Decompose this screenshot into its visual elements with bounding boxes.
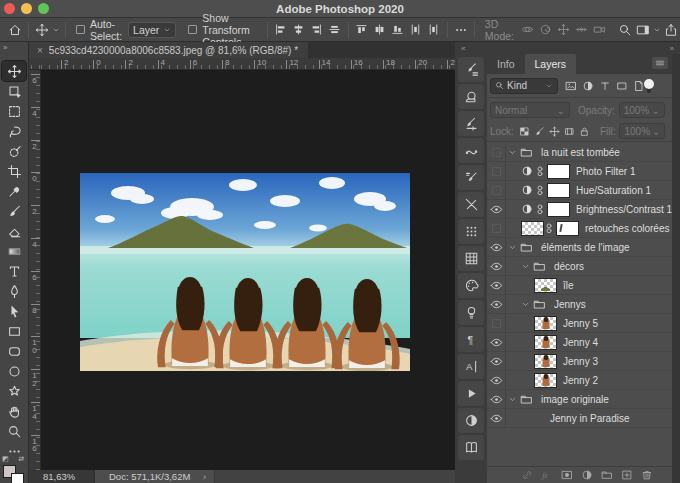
delete-layer-icon[interactable] bbox=[640, 469, 653, 482]
layer-row[interactable]: la nuit est tombée bbox=[487, 143, 672, 162]
patterns-panel-icon[interactable] bbox=[458, 219, 484, 244]
layer-thumbnail[interactable] bbox=[534, 354, 557, 369]
layer-row[interactable]: île bbox=[487, 276, 672, 295]
hand-tool-icon[interactable] bbox=[2, 401, 26, 421]
home-icon[interactable] bbox=[6, 21, 24, 39]
chevron-down-icon[interactable] bbox=[521, 300, 531, 309]
tab-info[interactable]: Info bbox=[487, 54, 525, 74]
orbit-3d-icon[interactable] bbox=[518, 21, 536, 39]
distribute-bottom-icon[interactable] bbox=[389, 21, 407, 39]
lock-artboard-icon[interactable] bbox=[562, 124, 577, 138]
layer-visibility-toggle[interactable] bbox=[487, 238, 506, 257]
layer-visibility-toggle[interactable] bbox=[487, 143, 506, 162]
move-tool-preset-icon[interactable] bbox=[33, 21, 51, 39]
distribute-vertical-centers-icon[interactable] bbox=[371, 21, 389, 39]
layer-visibility-toggle[interactable] bbox=[487, 257, 506, 276]
layer-visibility-toggle[interactable] bbox=[487, 162, 506, 181]
expand-panels-chevrons[interactable]: » bbox=[670, 44, 674, 53]
chevron-down-icon[interactable] bbox=[521, 262, 531, 271]
layer-row[interactable]: image originale bbox=[487, 390, 672, 409]
share-icon[interactable] bbox=[662, 21, 680, 39]
lock-position-icon[interactable] bbox=[547, 124, 562, 138]
ellipse-tool-icon[interactable] bbox=[2, 361, 26, 381]
opacity-field[interactable]: 100%⌄ bbox=[619, 102, 665, 118]
align-left-edges-icon[interactable] bbox=[272, 21, 290, 39]
distribute-spacing-icon[interactable] bbox=[425, 21, 443, 39]
crop-tool-icon[interactable] bbox=[2, 161, 26, 181]
layer-row[interactable]: décors bbox=[487, 257, 672, 276]
brush-settings-panel-icon[interactable] bbox=[458, 111, 484, 136]
layer-visibility-toggle[interactable] bbox=[487, 409, 506, 428]
link-layers-icon[interactable] bbox=[520, 469, 533, 482]
pen-tool-icon[interactable] bbox=[2, 281, 26, 301]
layer-thumbnail[interactable] bbox=[534, 335, 557, 350]
add-layer-mask-icon[interactable] bbox=[560, 469, 573, 482]
workspace-icon[interactable] bbox=[634, 21, 652, 39]
vertical-ruler[interactable]: 6420246810121416 bbox=[29, 70, 41, 470]
distribute-horizontal-icon[interactable] bbox=[407, 21, 425, 39]
layer-mask-thumbnail[interactable] bbox=[547, 183, 570, 198]
layer-row[interactable]: retouches colorées bbox=[487, 219, 672, 238]
rectangular-marquee-tool-icon[interactable] bbox=[2, 101, 26, 121]
auto-select-target-dropdown[interactable]: Layer bbox=[128, 22, 176, 38]
chevron-down-icon[interactable] bbox=[508, 243, 518, 252]
auto-select-checkbox[interactable] bbox=[76, 25, 85, 34]
type-tool-icon[interactable] bbox=[2, 261, 26, 281]
camera-3d-icon[interactable] bbox=[590, 21, 608, 39]
layer-row[interactable]: Jenny 4 bbox=[487, 333, 672, 352]
roll-3d-icon[interactable] bbox=[536, 21, 554, 39]
layer-row[interactable]: Jenny 5 bbox=[487, 314, 672, 333]
horizontal-ruler[interactable]: 2024681012141618202 bbox=[29, 58, 455, 70]
swap-colors-icon[interactable]: ◩⇄ bbox=[2, 455, 24, 463]
zoom-tool-icon[interactable] bbox=[2, 421, 26, 441]
styles-panel-icon[interactable] bbox=[458, 165, 484, 190]
layer-row[interactable]: Jenny 3 bbox=[487, 352, 672, 371]
show-transform-checkbox[interactable] bbox=[188, 25, 197, 34]
swatches-panel-icon[interactable] bbox=[458, 273, 484, 298]
layer-visibility-toggle[interactable] bbox=[487, 295, 506, 314]
toolbar-expand-chevrons[interactable]: » bbox=[0, 42, 29, 58]
eyedropper-tool-icon[interactable] bbox=[2, 181, 26, 201]
layer-visibility-toggle[interactable] bbox=[487, 352, 506, 371]
minimize-window-button[interactable] bbox=[21, 3, 32, 14]
rounded-rectangle-tool-icon[interactable] bbox=[2, 341, 26, 361]
canvas-area[interactable] bbox=[41, 70, 455, 470]
layer-visibility-toggle[interactable] bbox=[487, 276, 506, 295]
chevron-down-icon[interactable] bbox=[508, 148, 518, 157]
tab-layers[interactable]: Layers bbox=[525, 54, 577, 74]
align-right-edges-icon[interactable] bbox=[308, 21, 326, 39]
close-tab-icon[interactable]: × bbox=[37, 45, 43, 56]
slide-3d-icon[interactable] bbox=[572, 21, 590, 39]
learn-panel-icon[interactable] bbox=[458, 300, 484, 325]
lock-transparency-icon[interactable] bbox=[517, 124, 532, 138]
chevron-down-icon[interactable] bbox=[51, 21, 61, 39]
layer-thumbnail[interactable] bbox=[521, 221, 544, 236]
clone-source-panel-icon[interactable] bbox=[458, 84, 484, 109]
type-layer-filter-icon[interactable] bbox=[597, 78, 613, 94]
lock-paint-icon[interactable] bbox=[532, 124, 547, 138]
search-icon[interactable] bbox=[616, 21, 634, 39]
layer-row[interactable]: Photo Filter 1 bbox=[487, 162, 672, 181]
brushes-panel-icon[interactable] bbox=[458, 57, 484, 82]
new-adjustment-layer-icon[interactable] bbox=[580, 469, 593, 482]
layer-mask-thumbnail[interactable] bbox=[547, 164, 570, 179]
fill-field[interactable]: 100%⌄ bbox=[619, 123, 665, 139]
artboard-tool-icon[interactable] bbox=[2, 81, 26, 101]
layer-visibility-toggle[interactable] bbox=[487, 181, 506, 200]
doc-size-status[interactable]: Doc: 571,1K/3,62M › bbox=[95, 470, 215, 483]
document-tab[interactable]: × 5c933cd4230000a8006c8583.jpeg @ 81,6% … bbox=[29, 42, 308, 58]
layer-visibility-toggle[interactable] bbox=[487, 200, 506, 219]
new-group-icon[interactable] bbox=[600, 469, 613, 482]
layer-thumbnail[interactable] bbox=[534, 316, 557, 331]
channels-panel-icon[interactable] bbox=[458, 246, 484, 271]
layer-visibility-toggle[interactable] bbox=[487, 333, 506, 352]
align-horizontal-bars-icon[interactable] bbox=[326, 21, 344, 39]
panel-menu-icon[interactable] bbox=[652, 57, 668, 69]
align-vertical-centers-icon[interactable] bbox=[290, 21, 308, 39]
tool-presets-panel-icon[interactable] bbox=[458, 192, 484, 217]
layer-row[interactable]: Brightness/Contrast 1 bbox=[487, 200, 672, 219]
lasso-tool-icon[interactable] bbox=[2, 121, 26, 141]
move-tool-icon[interactable] bbox=[2, 61, 26, 81]
layer-row[interactable]: éléments de l'image bbox=[487, 238, 672, 257]
layer-thumbnail[interactable] bbox=[534, 373, 557, 388]
